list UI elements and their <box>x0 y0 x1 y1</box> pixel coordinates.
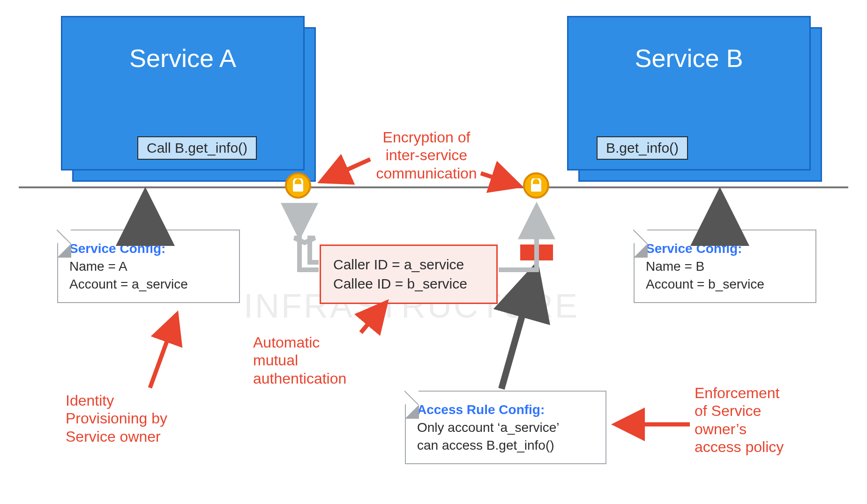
service-b-box: Service B B.get_info() <box>567 16 811 170</box>
service-b-chip: B.get_info() <box>597 136 688 160</box>
service-b-config-note: Service Config: Name = B Account = b_ser… <box>634 230 816 303</box>
caller-id-line: Caller ID = a_service <box>333 255 484 274</box>
service-a-chip: Call B.get_info() <box>137 136 257 160</box>
access-rule-note: Access Rule Config: Only account ‘a_serv… <box>405 391 606 464</box>
service-a-title: Service A <box>62 44 303 73</box>
access-rule-header: Access Rule Config: <box>417 401 594 419</box>
service-a-config-header: Service Config: <box>69 240 228 258</box>
arrow-identity-to-config-a <box>150 316 176 388</box>
service-a-config-line2: Account = a_service <box>69 275 228 293</box>
service-b-title: Service B <box>568 44 809 73</box>
lock-icon-left <box>285 172 311 199</box>
service-a-config-note: Service Config: Name = A Account = a_ser… <box>57 230 240 303</box>
infrastructure-line <box>19 186 848 188</box>
service-b-config-line1: Name = B <box>646 258 804 275</box>
svg-rect-1 <box>531 184 541 192</box>
svg-rect-0 <box>293 184 303 192</box>
callee-id-line: Callee ID = b_service <box>333 274 484 294</box>
caller-callee-id-box: Caller ID = a_service Callee ID = b_serv… <box>320 245 498 304</box>
arrow-encryption-to-lock-left <box>322 159 370 181</box>
annotation-identity: Identity Provisioning by Service owner <box>66 392 167 445</box>
enforcement-block <box>520 245 553 260</box>
access-rule-line2: can access B.get_info() <box>417 437 594 454</box>
annotation-auth: Automatic mutual authentication <box>253 334 346 387</box>
lock-icon-right <box>523 172 549 199</box>
annotation-encryption: Encryption of inter-service communicatio… <box>366 128 487 182</box>
service-a-box: Service A Call B.get_info() <box>61 16 305 170</box>
flow-lock-left-down <box>294 203 319 262</box>
annotation-enforcement: Enforcement of Service owner’s access po… <box>695 384 784 456</box>
access-rule-line1: Only account ‘a_service’ <box>417 419 594 437</box>
service-b-config-line2: Account = b_service <box>646 275 804 293</box>
arrow-access-rule-to-block <box>501 270 535 389</box>
arrow-auth-to-idbox <box>361 304 385 333</box>
service-a-config-line1: Name = A <box>69 258 228 275</box>
service-b-config-header: Service Config: <box>646 240 804 258</box>
